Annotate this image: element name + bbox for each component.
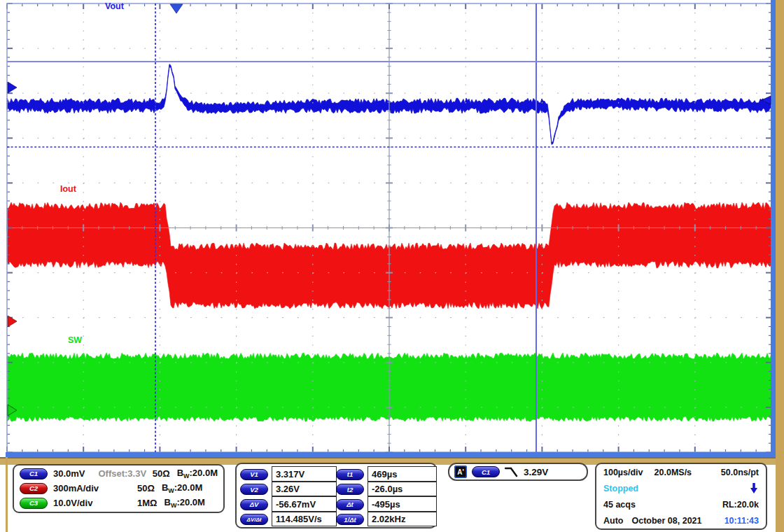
measurement-row: ΔV -56.67mV (240, 497, 337, 512)
trigger-a-badge: A' (454, 465, 467, 478)
trigger-level: 3.29V (524, 467, 548, 477)
trigger-mode: Auto (603, 516, 623, 526)
timebase-scale: 100µs/div (603, 468, 643, 477)
measurement-row: Δt -495µs (336, 497, 437, 512)
c2-scale: 300mA/div (53, 483, 102, 493)
channel-row-c3[interactable]: C3 10.0V/div 1MΩ BW:20.0M (14, 496, 223, 510)
slew-badge: ΔV/Δt (240, 514, 268, 525)
sample-resolution: 50.0ns/pt (721, 468, 759, 477)
channel-row-c2[interactable]: C2 300mA/div 50Ω BW:20.0M (14, 481, 223, 496)
c1-offset: Offset:3.3V (98, 468, 152, 479)
acquisition-count: 45 acqs (603, 500, 636, 510)
v1-value: 3.317V (272, 466, 337, 482)
oscilloscope-screenshot: VoutIoutSW C1 30.0mV Offset:3.3V 50Ω BW:… (0, 0, 784, 532)
down-arrow-icon[interactable] (749, 482, 759, 494)
date: October 08, 2021 (631, 516, 701, 526)
c3-badge: C3 (20, 498, 48, 509)
measurement-row: ΔV/Δt 114.485V/s (240, 512, 337, 528)
t1-value: 469µs (368, 466, 437, 482)
freq-value: 2.02kHz (368, 512, 437, 527)
delta-v-badge: ΔV (240, 499, 268, 510)
freq-badge: 1/Δt (336, 514, 364, 525)
bezel-right (776, 0, 784, 532)
measurement-row: 1/Δt 2.02kHz (336, 512, 437, 528)
channel-row-c1[interactable]: C1 30.0mV Offset:3.3V 50Ω BW:20.0M (14, 466, 223, 481)
t1-badge: t1 (336, 469, 364, 480)
record-length: RL:20.0k (722, 500, 759, 510)
delta-t-value: -495µs (368, 496, 437, 512)
iout-label: Iout (60, 184, 77, 194)
c3-bandwidth: BW:20.0M (164, 497, 204, 509)
sample-rate: 20.0MS/s (654, 468, 692, 477)
c3-impedance: 1MΩ (137, 498, 157, 508)
falling-edge-icon (505, 466, 519, 477)
v2-value: 3.26V (272, 482, 337, 497)
measurement-row: t1 469µs (336, 467, 437, 482)
c3-scale: 10.0V/div (53, 498, 102, 508)
acquisition-status: Stopped (603, 484, 638, 493)
clock: 10:11:43 (724, 516, 759, 526)
channel-settings-panel: C1 30.0mV Offset:3.3V 50Ω BW:20.0M C2 30… (13, 464, 225, 513)
c1-badge: C1 (20, 468, 48, 479)
slew-value: 114.485V/s (272, 512, 337, 527)
vout-label: Vout (105, 1, 125, 11)
v1-badge: V1 (240, 469, 268, 480)
delta-t-badge: Δt (336, 499, 364, 510)
measurement-row: V2 3.26V (240, 482, 337, 498)
trigger-source-badge: C1 (472, 466, 500, 477)
c1-impedance: 50Ω (153, 468, 170, 479)
v2-badge: V2 (240, 484, 268, 495)
timebase-panel: 100µs/div 20.0MS/s 50.0ns/pt Stopped 45 … (595, 463, 767, 530)
trigger-panel[interactable]: A' C1 3.29V (448, 463, 588, 481)
c1-scale: 30.0mV (53, 468, 98, 479)
t2-badge: t2 (336, 484, 364, 495)
measurement-row: V1 3.317V (240, 467, 337, 482)
t2-value: -26.0µs (368, 482, 437, 497)
sw-label: SW (68, 335, 82, 345)
c2-impedance: 50Ω (137, 483, 155, 493)
delta-v-value: -56.67mV (272, 496, 337, 512)
scope-display: VoutIoutSW (0, 0, 784, 457)
frame-band-bottom (6, 452, 776, 457)
bezel-left-edge (6, 457, 8, 532)
measurement-row: t2 -26.0µs (336, 482, 437, 498)
c2-badge: C2 (20, 483, 48, 494)
measurement-panel: V1 3.317V V2 3.26V ΔV -56.67mV ΔV/Δt 114… (235, 463, 437, 528)
c1-bandwidth: BW:20.0M (177, 468, 218, 479)
c2-bandwidth: BW:20.0M (162, 482, 202, 494)
